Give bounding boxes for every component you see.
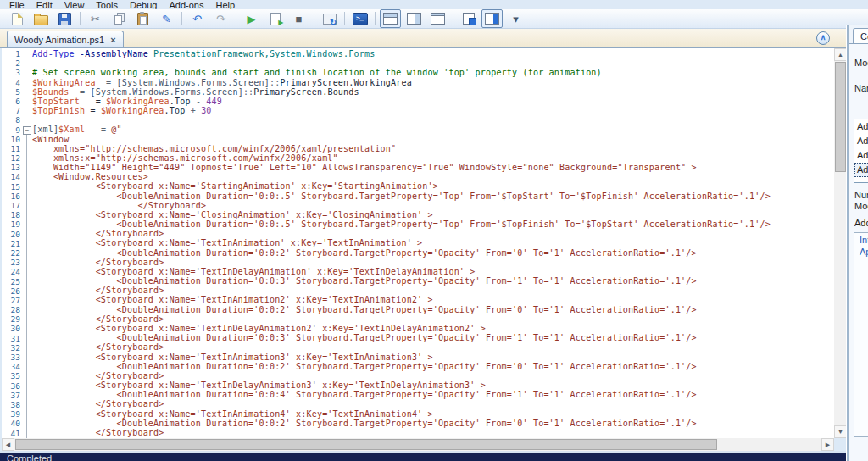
code-line: xmlns:x="http://schemas.microsoft.com/wi… [32, 153, 821, 163]
editor-vertical-scrollbar[interactable]: ▲ ▼ [834, 48, 847, 438]
code-line: <DoubleAnimation Duration='0:0:2' Storyb… [32, 419, 821, 428]
scroll-left-icon[interactable]: ◀ [2, 438, 14, 451]
command-list-item[interactable]: Add-AppxPackage [854, 163, 868, 177]
tab-woody-animation[interactable]: Woody Animation.ps1 × [7, 31, 124, 47]
vertical-scroll-thumb[interactable] [835, 62, 846, 172]
code-line: </Storyboard> [32, 371, 821, 380]
show-script-pane-maximized-button[interactable] [427, 9, 448, 28]
powershell-ise-window: FileEditViewToolsDebugAdd-onsHelp ✂✎↶↷▶■… [0, 0, 868, 461]
code-line: </Storyboard> [32, 342, 821, 352]
redo-button[interactable]: ↷ [210, 9, 231, 28]
save-button[interactable] [54, 9, 75, 28]
command-list-item[interactable]: Add-AppvClientConnectionGroup [854, 119, 868, 134]
code-line: <Storyboard x:Name='TextInAnimation' x:K… [32, 238, 821, 247]
run-script-icon: ▶ [248, 14, 256, 25]
clear-console-pane-button[interactable]: ✎ [156, 9, 177, 28]
status-text: Completed [7, 453, 52, 461]
code-line: <DoubleAnimation Duration='0:0:4' Storyb… [32, 390, 821, 399]
command-list-item[interactable]: Add-AppvClientPackage [854, 134, 868, 148]
line-number: 24 [2, 267, 22, 276]
show-script-pane-right-button[interactable] [403, 9, 425, 28]
save-icon [58, 13, 71, 25]
redo-icon: ↷ [216, 14, 225, 25]
cut-button[interactable]: ✂ [85, 9, 106, 28]
horizontal-scroll-thumb[interactable] [15, 439, 717, 450]
commands-addon-body: Modules: Name: Add-AppvClientConnectionG… [849, 43, 868, 461]
run-script-button[interactable]: ▶ [241, 9, 262, 28]
toolbar-separator [344, 12, 345, 25]
tab-commands[interactable]: Commands [853, 28, 868, 44]
addon-text-1: Num [854, 190, 868, 200]
command-list[interactable]: Add-AppvClientConnectionGroupAdd-AppvCli… [854, 119, 868, 183]
code-line: <Storyboard x:Name='StartingAnimation' x… [32, 181, 821, 191]
line-number: 36 [2, 381, 22, 391]
menu-edit[interactable]: Edit [32, 0, 60, 9]
show-command-addon-button[interactable] [481, 9, 503, 28]
paste-button[interactable] [132, 9, 153, 28]
menu-view[interactable]: View [60, 0, 92, 9]
code-line: <DoubleAnimation Duration='0:0:2' Storyb… [32, 305, 821, 314]
new-script-button[interactable] [7, 9, 28, 28]
line-numbers: 1234567891011121314151617181920212223242… [2, 49, 22, 438]
line-number: 5 [2, 87, 22, 97]
start-powershell-button[interactable] [349, 9, 370, 28]
menu-tools[interactable]: Tools [92, 0, 125, 9]
line-number: 40 [2, 419, 22, 428]
menu-help[interactable]: Help [211, 0, 242, 9]
open-script-button[interactable] [31, 9, 52, 28]
line-number: 15 [2, 182, 22, 192]
line-number: 8 [2, 115, 22, 125]
cut-icon: ✂ [91, 14, 100, 25]
editor-horizontal-scrollbar[interactable]: ◀ ▶ [2, 438, 834, 451]
line-number: 14 [2, 172, 22, 181]
code-line [32, 58, 821, 68]
command-list-item[interactable]: Add-AppvPublishingServer [854, 148, 868, 163]
tab-label: Woody Animation.ps1 [14, 35, 104, 45]
code-line: <Storyboard x:Name='TextInDelayAnimation… [32, 324, 821, 333]
code-line: <DoubleAnimation Duration='0:0:.5' Story… [32, 192, 821, 201]
copy-button[interactable] [108, 9, 130, 28]
line-number: 18 [2, 210, 22, 219]
toolbar-separator [314, 12, 314, 25]
line-number: 10 [2, 135, 22, 144]
line-number: 7 [2, 106, 22, 115]
undo-button[interactable]: ↶ [186, 9, 208, 28]
line-number: 34 [2, 362, 22, 371]
scroll-right-icon[interactable]: ▶ [821, 438, 834, 451]
toolbar-buttons: ✂✎↶↷▶■▾ [7, 9, 529, 28]
scroll-down-icon[interactable]: ▼ [834, 425, 847, 438]
tab-strip: Woody Animation.ps1 × ∧ [0, 29, 868, 48]
menu-addons[interactable]: Add-ons [164, 0, 211, 9]
code-line: </Storyboard> [32, 229, 821, 238]
code-line: Width="1149" Height="449" Topmost='True'… [32, 163, 821, 172]
scroll-up-icon[interactable]: ▲ [834, 48, 847, 61]
line-number: 11 [2, 144, 22, 153]
line-number: 25 [2, 277, 22, 286]
stop-operation-button[interactable]: ■ [288, 9, 309, 28]
line-number: 19 [2, 219, 22, 229]
code-line: <Storyboard x:Name='TextInAnimation2' x:… [32, 295, 821, 304]
code-line: <Storyboard x:Name='TextInDelayAnimation… [32, 267, 821, 276]
line-number: 26 [2, 286, 22, 296]
script-editor[interactable]: 1234567891011121314151617181920212223242… [2, 47, 834, 439]
menu-debug[interactable]: Debug [125, 0, 164, 9]
line-number: 16 [2, 192, 22, 201]
parameter-link-1[interactable]: Int [854, 233, 868, 245]
fold-collapse-icon[interactable]: − [23, 126, 31, 135]
code-line: $WorkingArea = [System.Windows.Forms.Scr… [32, 78, 821, 87]
collapse-pane-button[interactable]: ∧ [816, 31, 830, 45]
run-selection-button[interactable] [264, 9, 286, 28]
close-icon[interactable]: × [110, 35, 115, 45]
toolbar-overflow-button[interactable]: ▾ [505, 9, 526, 28]
parameter-link-2[interactable]: App [854, 245, 868, 257]
menu-file[interactable]: File [5, 0, 32, 9]
line-number: 39 [2, 409, 22, 419]
status-bar: Completed [0, 453, 868, 461]
fold-region-line [26, 135, 27, 439]
show-command-window-button[interactable] [458, 9, 479, 28]
line-number: 31 [2, 334, 22, 343]
new-remote-powershell-tab-button[interactable] [319, 9, 340, 28]
code-line: <DoubleAnimation Duration='0:0:2' Storyb… [32, 248, 821, 258]
addon-text-3: Add [854, 218, 868, 228]
show-script-pane-top-button[interactable] [380, 9, 401, 28]
